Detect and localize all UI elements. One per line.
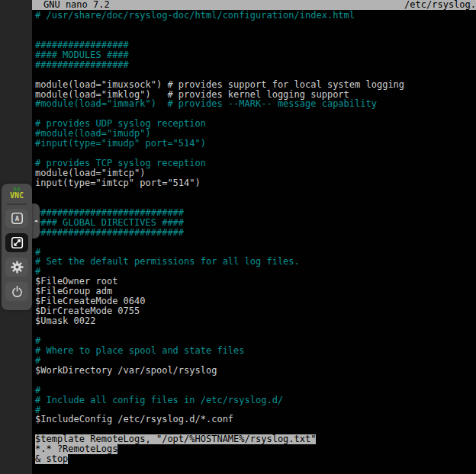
editor-line: #input(type="imudp" port="514")	[35, 139, 476, 149]
editor-line: # /usr/share/doc/rsyslog-doc/html/config…	[35, 11, 476, 21]
panel-divider	[7, 203, 27, 205]
page-background: { "titlebar": { "app_title": "GNU nano 7…	[0, 0, 476, 474]
editor-line: $WorkDirectory /var/spool/rsyslog	[35, 366, 476, 376]
editor-line: #	[35, 386, 476, 396]
novnc-control-bar: no VNC A	[2, 184, 32, 310]
editor-line: # Set the default permissions for all lo…	[35, 257, 476, 267]
collapse-left-icon: ◄	[34, 219, 37, 224]
editor-content: # /usr/share/doc/rsyslog-doc/html/config…	[32, 10, 476, 464]
gear-icon	[11, 261, 24, 274]
nano-titlebar: GNU nano 7.2 /etc/rsyslog.	[32, 0, 476, 10]
editor-line	[35, 238, 476, 248]
novnc-logo: no VNC	[10, 187, 24, 200]
settings-button[interactable]	[5, 258, 28, 277]
editor-line: #	[35, 336, 476, 346]
nano-version-title: GNU nano 7.2	[43, 0, 110, 10]
editor-line: $IncludeConfig /etc/rsyslog.d/*.conf	[35, 415, 476, 424]
editor-line: ###########################	[35, 228, 476, 238]
novnc-logo-vnc: VNC	[10, 192, 24, 200]
editor-line: $DirCreateMode 0755	[35, 306, 476, 316]
power-button[interactable]	[5, 282, 28, 301]
svg-text:A: A	[14, 215, 19, 223]
editor-line: # Include all config files in /etc/rsysl…	[35, 396, 476, 405]
fullscreen-button[interactable]	[5, 233, 28, 252]
editor-line: module(load="imtcp")	[35, 168, 476, 178]
editor-line	[35, 70, 476, 80]
editor-line	[35, 376, 476, 386]
editor-line: #module(load="immark") # provides --MARK…	[35, 99, 476, 109]
fullscreen-icon	[11, 236, 24, 249]
editor-line: # Where to place spool and state files	[35, 346, 476, 356]
editor-line: #	[35, 356, 476, 366]
power-icon	[11, 285, 24, 298]
editor-line: input(type="imtcp" port="514")	[35, 178, 476, 188]
editor-line	[35, 188, 476, 198]
editor-line: #### MODULES ####	[35, 50, 476, 60]
editor-line	[35, 21, 476, 30]
editor-line: #### GLOBAL DIRECTIVES ####	[35, 218, 476, 228]
editor-line: & stop	[35, 454, 476, 464]
editor-line	[35, 326, 476, 336]
editor-line: module(load="imuxsock") # provides suppo…	[35, 80, 476, 90]
editor-line	[35, 30, 476, 40]
nano-file-path: /etc/rsyslog.	[404, 0, 476, 10]
terminal-screen[interactable]: GNU nano 7.2 /etc/rsyslog. # /usr/share/…	[32, 0, 476, 474]
editor-line: #################	[35, 40, 476, 50]
editor-line: $Umask 0022	[35, 316, 476, 326]
keyboard-a-icon: A	[11, 212, 24, 225]
editor-line: ###########################	[35, 208, 476, 218]
editor-line: *.* ?RemoteLogs	[35, 444, 476, 454]
editor-line	[35, 198, 476, 208]
editor-line: #################	[35, 60, 476, 70]
extra-keys-button[interactable]: A	[5, 209, 28, 228]
